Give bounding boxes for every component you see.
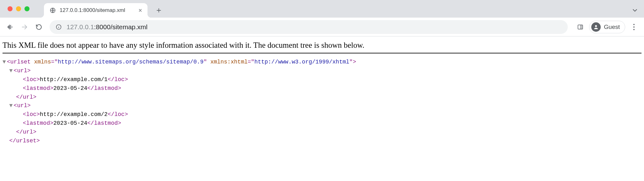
- url-path: :8000/sitemap.xml: [94, 23, 148, 30]
- window-controls: [8, 6, 30, 11]
- back-button[interactable]: [4, 21, 16, 33]
- svg-rect-9: [581, 25, 583, 29]
- tab-overflow-button[interactable]: [631, 7, 638, 15]
- xml-tree: ▼<urlset xmlns="http://www.sitemaps.org/…: [3, 58, 641, 145]
- url-host: 127.0.0.1: [67, 23, 94, 30]
- avatar-icon: [591, 22, 601, 32]
- tab-title: 127.0.0.1:8000/sitemap.xml: [60, 7, 134, 14]
- page-content: This XML file does not appear to have an…: [0, 36, 644, 145]
- tab-close-button[interactable]: [137, 8, 143, 13]
- chrome-menu-button[interactable]: [628, 21, 640, 33]
- browser-tab[interactable]: 127.0.0.1:8000/sitemap.xml: [44, 3, 148, 18]
- xml-notice: This XML file does not appear to have an…: [3, 40, 641, 53]
- svg-point-10: [595, 25, 597, 27]
- url-text: 127.0.0.1:8000/sitemap.xml: [67, 23, 148, 31]
- profile-chip[interactable]: Guest: [589, 21, 625, 33]
- window-minimize-button[interactable]: [16, 6, 21, 11]
- new-tab-button[interactable]: [153, 5, 164, 16]
- tab-strip: 127.0.0.1:8000/sitemap.xml: [0, 0, 644, 18]
- kebab-icon: [633, 24, 635, 30]
- side-panel-button[interactable]: [574, 21, 587, 33]
- browser-toolbar: 127.0.0.1:8000/sitemap.xml Guest: [0, 18, 644, 36]
- window-zoom-button[interactable]: [24, 6, 30, 11]
- window-close-button[interactable]: [8, 6, 13, 11]
- reload-button[interactable]: [33, 21, 45, 33]
- toolbar-right: Guest: [574, 21, 640, 33]
- svg-point-6: [59, 26, 59, 26]
- site-info-icon[interactable]: [55, 24, 62, 30]
- forward-button[interactable]: [18, 21, 31, 33]
- address-bar[interactable]: 127.0.0.1:8000/sitemap.xml: [50, 20, 568, 34]
- profile-label: Guest: [604, 24, 620, 30]
- globe-icon: [50, 7, 56, 14]
